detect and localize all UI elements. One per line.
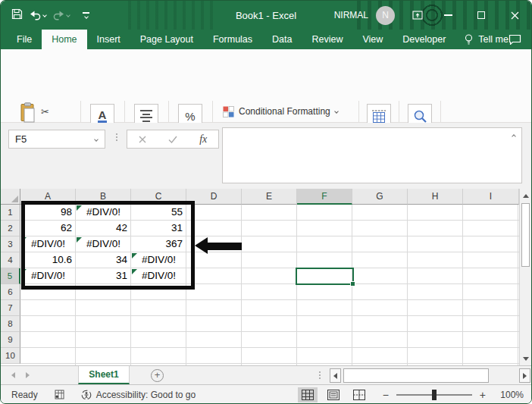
- previous-sheet-icon[interactable]: [11, 372, 15, 378]
- zoom-slider-handle[interactable]: [432, 390, 437, 400]
- selected-cell-F5[interactable]: [296, 268, 354, 285]
- sheet-tab-bar: Sheet1 +: [1, 365, 531, 384]
- tab-page-layout[interactable]: Page Layout: [130, 30, 203, 49]
- zoom-slider[interactable]: [396, 394, 472, 396]
- tab-insert[interactable]: Insert: [87, 30, 130, 49]
- row-header-5[interactable]: 5: [1, 268, 20, 284]
- title-bar: Book1 - Excel NIRMAL N: [1, 1, 531, 30]
- close-button[interactable]: [498, 1, 531, 30]
- feedback-comment-icon[interactable]: [509, 30, 521, 49]
- column-header-I[interactable]: I: [463, 189, 519, 205]
- paste-icon: [19, 102, 36, 123]
- row-header-8[interactable]: 8: [1, 316, 20, 332]
- hscroll-left-icon[interactable]: [330, 368, 341, 383]
- scroll-up-icon[interactable]: [520, 189, 531, 202]
- row-header-3[interactable]: 3: [1, 236, 20, 252]
- redo-button[interactable]: [53, 10, 70, 20]
- tab-review[interactable]: Review: [302, 30, 352, 49]
- tab-formulas[interactable]: Formulas: [203, 30, 262, 49]
- zoom-level[interactable]: 100%: [496, 390, 524, 400]
- accessibility-status[interactable]: Accessibility: Good to go: [81, 390, 196, 400]
- tab-view[interactable]: View: [352, 30, 393, 49]
- new-sheet-button[interactable]: +: [151, 369, 164, 382]
- status-mode: Ready: [11, 390, 38, 400]
- tab-home[interactable]: Home: [42, 30, 86, 49]
- enter-check-icon[interactable]: [168, 136, 177, 143]
- next-sheet-icon[interactable]: [26, 372, 30, 378]
- conditional-formatting-icon: [223, 106, 234, 117]
- save-icon[interactable]: [11, 8, 23, 23]
- collapse-formula-bar-icon[interactable]: [512, 134, 516, 139]
- row-header-9[interactable]: 9: [1, 332, 20, 348]
- conditional-formatting-dropdown-icon: [334, 109, 339, 114]
- formula-bar-strip: F5 fx: [1, 123, 531, 189]
- formula-input[interactable]: [222, 127, 522, 183]
- horizontal-scrollbar-thumb[interactable]: [343, 368, 489, 383]
- column-header-G[interactable]: G: [352, 189, 408, 205]
- annotation-arrow: [195, 237, 208, 254]
- vertical-scrollbar[interactable]: [519, 189, 531, 365]
- lightbulb-icon: [465, 34, 473, 45]
- user-avatar[interactable]: N: [376, 6, 395, 25]
- page-break-preview-icon[interactable]: [349, 387, 369, 402]
- column-header-E[interactable]: E: [242, 189, 297, 205]
- excel-window: Book1 - Excel NIRMAL N File Home Insert …: [0, 0, 532, 404]
- formula-buttons: fx: [127, 130, 219, 149]
- select-all-corner[interactable]: [1, 189, 20, 205]
- tab-scroll-separator: [319, 371, 321, 373]
- sheet-tab-sheet1[interactable]: Sheet1: [78, 366, 130, 384]
- normal-view-icon[interactable]: [298, 387, 318, 402]
- redo-dropdown-icon[interactable]: [66, 13, 70, 17]
- annotation-rectangle: [21, 201, 195, 290]
- ribbon: Paste ✂ Clipboard A Font Al: [1, 49, 531, 123]
- status-bar: Ready Accessibility: Good to go − + 100%: [1, 384, 531, 404]
- undo-button[interactable]: [30, 10, 46, 20]
- row-header-6[interactable]: 6: [1, 284, 20, 300]
- insert-function-icon[interactable]: fx: [199, 133, 207, 146]
- fill-handle[interactable]: [350, 281, 355, 287]
- tab-developer[interactable]: Developer: [393, 30, 455, 49]
- cut-icon: ✂: [41, 106, 49, 117]
- row-header-2[interactable]: 2: [1, 221, 20, 236]
- name-box-dropdown-icon[interactable]: [94, 137, 99, 142]
- macro-record-icon[interactable]: [55, 390, 64, 399]
- tab-file[interactable]: File: [7, 30, 42, 49]
- row-header-4[interactable]: 4: [1, 252, 20, 268]
- ribbon-display-options-icon[interactable]: [404, 1, 431, 30]
- scroll-down-icon[interactable]: [520, 352, 531, 365]
- vertical-scrollbar-thumb[interactable]: [521, 203, 530, 267]
- minimize-button[interactable]: [431, 1, 465, 30]
- conditional-formatting-button[interactable]: Conditional Formatting: [223, 104, 338, 119]
- column-header-H[interactable]: H: [408, 189, 463, 205]
- undo-dropdown-icon[interactable]: [42, 13, 47, 17]
- formula-bar-separator: [116, 133, 117, 135]
- hscroll-right-icon[interactable]: [519, 368, 530, 383]
- row-header-1[interactable]: 1: [1, 205, 20, 221]
- zoom-out-button[interactable]: −: [383, 389, 389, 401]
- zoom-in-button[interactable]: +: [480, 389, 486, 401]
- name-box[interactable]: F5: [8, 130, 105, 149]
- annotation-arrow-tail: [207, 243, 242, 250]
- row-header-10[interactable]: 10: [1, 348, 20, 364]
- user-name[interactable]: NIRMAL: [334, 10, 368, 20]
- ribbon-tab-bar: File Home Insert Page Layout Formulas Da…: [1, 30, 531, 49]
- page-layout-view-icon[interactable]: [324, 387, 343, 402]
- quick-access-toolbar: [11, 1, 89, 30]
- maximize-button[interactable]: [465, 1, 498, 30]
- worksheet-grid: A B C D E F G H I 1 2 3 4 5 6 7 8 9 10 9…: [1, 189, 531, 365]
- cancel-icon[interactable]: [139, 136, 146, 143]
- row-header-7[interactable]: 7: [1, 300, 20, 316]
- customize-quick-access-icon[interactable]: [83, 12, 89, 18]
- cut-button[interactable]: ✂: [41, 104, 57, 120]
- column-header-F[interactable]: F: [297, 189, 352, 205]
- accessibility-icon: [81, 390, 92, 400]
- tab-data[interactable]: Data: [262, 30, 302, 49]
- tell-me[interactable]: Tell me: [465, 30, 509, 49]
